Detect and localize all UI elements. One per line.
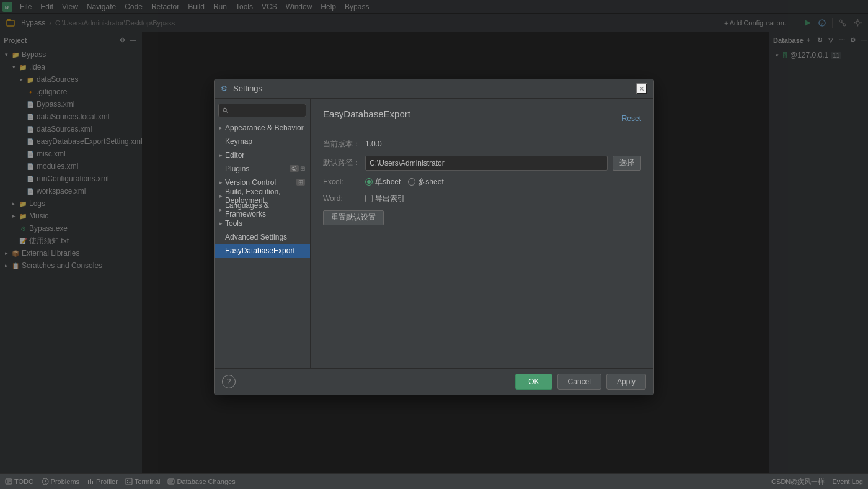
excel-row: Excel: 单sheet 多sheet (323, 177, 641, 187)
vcs-badge: ⊞ (296, 179, 305, 186)
nav-tools-arrow: ▸ (219, 220, 223, 227)
status-bar: TODO Problems Profiler Terminal Database… (0, 473, 868, 489)
status-db-changes[interactable]: Database Changes (167, 478, 235, 485)
svg-line-24 (226, 111, 228, 112)
dialog-footer: ? OK Cancel Apply (215, 368, 653, 395)
settings-nav: ▸ Appearance & Behavior ▸ Keymap ▸ Edito… (215, 99, 311, 368)
plugin-title: EasyDatabaseExport (323, 109, 410, 119)
settings-content: EasyDatabaseExport Reset 当前版本： 1.0.0 默认路… (311, 99, 653, 368)
path-value: C:\Users\Administrator (370, 159, 445, 168)
nav-keymap[interactable]: ▸ Keymap (215, 135, 310, 148)
svg-rect-20 (126, 478, 132, 485)
nav-appearance-label: Appearance & Behavior (225, 123, 304, 132)
path-field[interactable]: C:\Users\Administrator (365, 156, 608, 171)
reset-defaults-row: 重置默认设置 (323, 210, 641, 225)
status-todo-label: TODO (14, 478, 34, 485)
excel-single-option[interactable]: 单sheet (365, 177, 401, 187)
svg-point-16 (45, 483, 46, 484)
excel-multi-label: 多sheet (418, 177, 443, 187)
status-problems-label: Problems (51, 478, 79, 485)
excel-multi-radio[interactable] (408, 178, 415, 186)
svg-rect-18 (90, 479, 91, 484)
svg-rect-22 (168, 479, 174, 484)
excel-radio-group: 单sheet 多sheet (365, 177, 444, 187)
nav-appearance-arrow: ▸ (219, 125, 223, 131)
settings-search-input[interactable] (231, 107, 302, 114)
plugins-badge: ① (290, 165, 299, 172)
path-row: 默认路径： C:\Users\Administrator 选择 (323, 156, 641, 171)
nav-advanced-label: Advanced Settings (225, 233, 287, 241)
export-index-checkbox[interactable] (365, 195, 373, 202)
nav-vcs-label: Version Control (225, 178, 276, 187)
help-button[interactable]: ? (222, 375, 236, 388)
status-terminal-label: Terminal (135, 478, 161, 485)
status-event-log-label: Event Log (832, 478, 863, 485)
apply-button[interactable]: Apply (606, 374, 646, 390)
status-profiler-label: Profiler (96, 478, 118, 485)
svg-rect-19 (92, 481, 93, 484)
search-icon (223, 107, 228, 114)
dialog-title-text: Settings (233, 84, 262, 93)
word-export-index[interactable]: 导出索引 (365, 194, 405, 204)
word-row: Word: 导出索引 (323, 194, 641, 204)
export-index-label: 导出索引 (375, 194, 405, 204)
nav-languages[interactable]: ▸ Languages & Frameworks (215, 203, 310, 217)
svg-rect-17 (88, 480, 89, 484)
settings-dialog: ⚙ Settings × ▸ Appearance & Behavior ▸ K… (214, 79, 654, 395)
status-right-info: CSDN@疾风一样 (771, 477, 825, 487)
settings-search-box (218, 104, 306, 117)
nav-tools[interactable]: ▸ Tools (215, 217, 310, 230)
path-label: 默认路径： (323, 158, 360, 168)
browse-button[interactable]: 选择 (613, 156, 641, 171)
dialog-title-bar: ⚙ Settings × (215, 79, 653, 99)
dialog-close-button[interactable]: × (636, 83, 647, 94)
nav-languages-arrow: ▸ (219, 207, 223, 213)
nav-editor-arrow: ▸ (219, 152, 223, 158)
nav-plugins-label: Plugins (225, 164, 249, 173)
excel-multi-option[interactable]: 多sheet (408, 177, 443, 187)
status-problems[interactable]: Problems (42, 478, 79, 485)
nav-easy-db-label: EasyDatabaseExport (225, 246, 295, 255)
settings-title-icon: ⚙ (221, 84, 229, 93)
cancel-button[interactable]: Cancel (557, 374, 601, 390)
nav-keymap-label: Keymap (225, 137, 252, 146)
nav-advanced[interactable]: ▸ Advanced Settings (215, 230, 310, 244)
nav-appearance[interactable]: ▸ Appearance & Behavior (215, 121, 310, 135)
nav-build-arrow: ▸ (219, 193, 223, 199)
nav-plugins[interactable]: ▸ Plugins ① ⊞ (215, 162, 310, 176)
status-profiler[interactable]: Profiler (87, 478, 118, 485)
nav-editor-label: Editor (225, 151, 244, 159)
version-value: 1.0.0 (365, 140, 382, 148)
excel-single-label: 单sheet (375, 177, 401, 187)
nav-languages-label: Languages & Frameworks (225, 201, 305, 218)
status-terminal[interactable]: Terminal (125, 478, 161, 485)
dialog-body: ▸ Appearance & Behavior ▸ Keymap ▸ Edito… (215, 99, 653, 368)
word-label: Word: (323, 194, 360, 203)
modal-overlay: ⚙ Settings × ▸ Appearance & Behavior ▸ K… (0, 0, 868, 473)
excel-single-radio[interactable] (365, 178, 373, 186)
svg-point-23 (223, 108, 226, 111)
nav-easy-db-export[interactable]: ▸ EasyDatabaseExport (215, 244, 310, 258)
svg-rect-11 (6, 479, 12, 484)
status-db-changes-label: Database Changes (177, 478, 235, 485)
reset-defaults-button[interactable]: 重置默认设置 (323, 210, 384, 225)
nav-vcs-arrow: ▸ (219, 179, 223, 186)
nav-tools-label: Tools (225, 219, 242, 228)
status-csdn: CSDN@疾风一样 (771, 477, 825, 487)
status-event-log[interactable]: Event Log (832, 478, 863, 485)
reset-link[interactable]: Reset (622, 114, 641, 123)
version-label: 当前版本： (323, 139, 360, 150)
excel-label: Excel: (323, 177, 360, 186)
status-todo[interactable]: TODO (5, 478, 34, 485)
plugins-settings-icon: ⊞ (300, 165, 305, 172)
version-row: 当前版本： 1.0.0 (323, 139, 641, 150)
nav-editor[interactable]: ▸ Editor (215, 148, 310, 162)
ok-button[interactable]: OK (515, 374, 552, 390)
